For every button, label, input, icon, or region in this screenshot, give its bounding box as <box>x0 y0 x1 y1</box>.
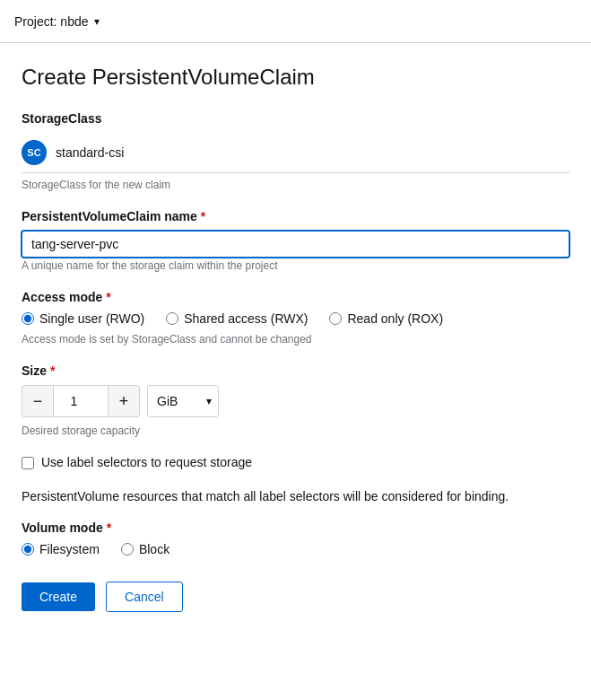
access-mode-radio-group: Single user (RWO) Shared access (RWX) Re… <box>22 311 569 326</box>
pvc-name-hint: A unique name for the storage claim with… <box>22 259 569 272</box>
storage-class-section: StorageClass SC standard-csi StorageClas… <box>22 111 569 191</box>
main-content: Create PersistentVolumeClaim StorageClas… <box>0 43 591 634</box>
label-selectors-info: PersistentVolume resources that match al… <box>22 487 569 506</box>
access-mode-required: * <box>106 290 110 304</box>
access-mode-rox-radio[interactable] <box>329 312 342 325</box>
action-buttons: Create Cancel <box>22 582 569 612</box>
sc-value: standard-csi <box>56 145 124 160</box>
label-selectors-checkbox[interactable] <box>22 457 34 469</box>
access-mode-hint: Access mode is set by StorageClass and c… <box>22 333 569 346</box>
access-mode-rwx-radio[interactable] <box>166 312 178 325</box>
page-title: Create PersistentVolumeClaim <box>22 65 569 90</box>
access-mode-rox-label: Read only (ROX) <box>347 311 443 326</box>
size-required: * <box>50 363 55 378</box>
volume-mode-filesystem[interactable]: Filesystem <box>22 542 100 556</box>
size-section: Size* − + GiB MiB TiB ▾ Desired storage … <box>22 363 569 437</box>
access-mode-rwo[interactable]: Single user (RWO) <box>22 311 144 326</box>
sc-badge: SC <box>22 140 47 165</box>
storage-class-hint: StorageClass for the new claim <box>22 179 569 191</box>
volume-mode-label: Volume mode* <box>22 521 569 535</box>
unit-select-wrapper: GiB MiB TiB ▾ <box>147 385 219 417</box>
label-selectors-row: Use label selectors to request storage <box>22 455 569 469</box>
size-decrement-button[interactable]: − <box>22 385 54 417</box>
size-increment-button[interactable]: + <box>108 385 140 417</box>
access-mode-label: Access mode* <box>22 290 569 304</box>
volume-mode-radio-group: Filesystem Block <box>22 542 569 556</box>
label-selectors-section: Use label selectors to request storage <box>22 455 569 469</box>
size-input[interactable] <box>54 385 108 417</box>
storage-class-label: StorageClass <box>22 111 569 126</box>
pvc-name-label: PersistentVolumeClaim name* <box>22 209 569 223</box>
create-button[interactable]: Create <box>22 582 95 611</box>
size-controls: − + GiB MiB TiB ▾ <box>22 385 569 417</box>
volume-mode-section: Volume mode* Filesystem Block <box>22 521 569 556</box>
access-mode-rox[interactable]: Read only (ROX) <box>329 311 443 326</box>
pvc-name-input[interactable] <box>22 231 569 258</box>
label-selectors-label[interactable]: Use label selectors to request storage <box>41 455 252 469</box>
size-hint: Desired storage capacity <box>22 424 569 437</box>
chevron-down-icon: ▾ <box>94 15 100 28</box>
project-label-text: Project: nbde <box>14 14 89 29</box>
volume-mode-required: * <box>107 521 111 535</box>
cancel-button[interactable]: Cancel <box>106 582 183 612</box>
volume-mode-block-radio[interactable] <box>121 543 134 556</box>
size-label: Size* <box>22 363 569 378</box>
access-mode-rwx-label: Shared access (RWX) <box>184 311 308 326</box>
storage-class-field: SC standard-csi <box>22 133 569 173</box>
pvc-name-section: PersistentVolumeClaim name* A unique nam… <box>22 209 569 272</box>
access-mode-section: Access mode* Single user (RWO) Shared ac… <box>22 290 569 346</box>
header-bar: Project: nbde ▾ <box>0 0 591 43</box>
volume-mode-filesystem-radio[interactable] <box>22 543 34 556</box>
access-mode-rwx[interactable]: Shared access (RWX) <box>166 311 308 326</box>
project-selector[interactable]: Project: nbde ▾ <box>14 14 100 29</box>
volume-mode-block[interactable]: Block <box>121 542 169 556</box>
volume-mode-filesystem-label: Filesystem <box>39 542 100 556</box>
unit-select[interactable]: GiB MiB TiB <box>147 385 219 417</box>
pvc-name-required: * <box>201 209 205 223</box>
access-mode-rwo-radio[interactable] <box>22 312 34 325</box>
access-mode-rwo-label: Single user (RWO) <box>39 311 144 326</box>
volume-mode-block-label: Block <box>139 542 169 556</box>
